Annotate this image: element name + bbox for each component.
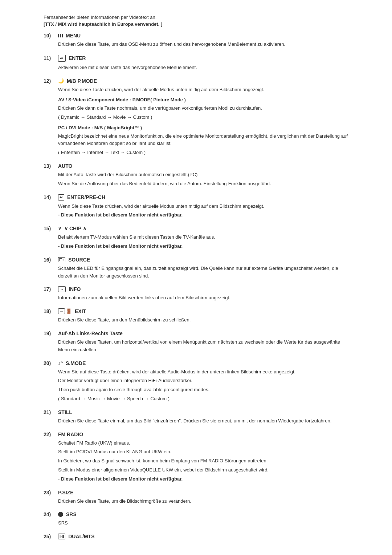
body-text-8-0: Drücken Sie diese Taste, um den Menübild…: [58, 316, 348, 324]
item-13: 13)AUTOMit der Auto-Taste wird der Bilds…: [44, 163, 348, 188]
item-body-10: Wenn Sie auf diese Taste drücken, wird d…: [58, 368, 348, 403]
item-18: 18)→🚪EXITDrücken Sie diese Taste, um den…: [44, 308, 348, 324]
item-23: 23)P.SIZEDrücken Sie diese Taste, um die…: [44, 490, 348, 505]
item-header-15: 25)I·IIDUAL/MTS: [44, 534, 348, 539]
item-header-4: 14)↵ENTER/PRE-CH: [44, 194, 348, 200]
item-label-1: ENTER: [69, 55, 86, 61]
item-label-9: Auf-Ab Links-Rechts Taste: [58, 331, 123, 336]
item-body-1: Aktivieren Sie mit dieser Taste das herv…: [58, 64, 348, 72]
info-icon: →: [58, 286, 66, 292]
item-header-3: 13)AUTO: [44, 163, 348, 169]
item-body-5: Bei aktiviertem TV-Modus wählen Sie mit …: [58, 234, 348, 250]
item-label-10: S.MODE: [66, 360, 86, 366]
item-header-11: 21)STILL: [44, 409, 348, 415]
body-text-10-3: ( Standard → Music → Movie → Speech → Cu…: [58, 395, 348, 403]
menu-icon: [58, 34, 63, 37]
srs-icon: [58, 512, 63, 517]
item-10: 10)MENUDrücken Sie diese Taste, um das O…: [44, 33, 348, 48]
subsection-title-2-1: AV / S-Video /Component Mode : P.MODE( P…: [58, 96, 348, 104]
item-number-7: 17): [44, 286, 55, 292]
subsection-line-2-2-0: MagicBright bezeichnet eine neue Monitor…: [58, 133, 348, 148]
item-body-13: Drücken Sie diese Taste, um die Bildschi…: [58, 498, 348, 505]
body-bold-5-1: - Diese Funktion ist bei diesem Monitor …: [58, 243, 348, 250]
item-number-15: 25): [44, 534, 55, 539]
item-number-0: 10): [44, 33, 55, 39]
item-header-6: 16)≡SOURCE: [44, 257, 348, 263]
page-container: Fernsehsender bieten Informationen per V…: [44, 15, 348, 539]
subsection-line-2-2-1: ( Entertain → Internet → Text → Custom ): [58, 149, 348, 157]
item-label-2: M/B P.MODE: [67, 78, 97, 84]
item-number-1: 11): [44, 55, 55, 61]
body-text-1-0: Aktivieren Sie mit dieser Taste das herv…: [58, 64, 348, 72]
item-body-3: Mit der Auto-Taste wird der Bildschirm a…: [58, 171, 348, 188]
item-number-2: 12): [44, 78, 55, 84]
item-label-13: P.SIZE: [58, 490, 74, 495]
body-text-10-1: Der Monitor verfügt über einen integrier…: [58, 377, 348, 385]
enter-icon: ↵: [58, 55, 66, 62]
item-label-15: DUAL/MTS: [68, 534, 94, 539]
body-text-5-0: Bei aktiviertem TV-Modus wählen Sie mit …: [58, 234, 348, 241]
item-body-14: SRS: [58, 519, 348, 527]
item-body-2: Wenn Sie diese Taste drücken, wird der a…: [58, 86, 348, 157]
body-text-12-3: Stellt im Modus einer allgemeinen VideoQ…: [58, 466, 348, 474]
body-text-0-0: Drücken Sie diese Taste, um das OSD-Menü…: [58, 41, 348, 48]
item-number-5: 15): [44, 226, 55, 231]
item-header-1: 11)↵ENTER: [44, 55, 348, 62]
intro-line2: [TTX / MIX wird hauptsächlich in Europa …: [44, 21, 348, 27]
item-number-8: 18): [44, 308, 55, 314]
item-number-4: 14): [44, 194, 55, 200]
item-number-14: 24): [44, 511, 55, 517]
item-number-12: 22): [44, 432, 55, 437]
item-body-0: Drücken Sie diese Taste, um das OSD-Menü…: [58, 41, 348, 48]
body-bold-4-1: - Diese Funktion ist bei diesem Monitor …: [58, 211, 348, 219]
item-25: 25)I·IIDUAL/MTS: [44, 534, 348, 539]
body-text-13-0: Drücken Sie diese Taste, um die Bildschi…: [58, 498, 348, 505]
item-header-8: 18)→🚪EXIT: [44, 308, 348, 314]
item-21: 21)STILLDrücken Sie diese Taste einmal, …: [44, 409, 348, 425]
item-header-13: 23)P.SIZE: [44, 490, 348, 495]
body-text-10-2: Then push button again to circle through…: [58, 386, 348, 394]
item-label-11: STILL: [58, 409, 72, 415]
item-20: 20)♪ʰS.MODEWenn Sie auf diese Taste drüc…: [44, 360, 348, 403]
item-header-5: 15)∨∨ CHIP ∧: [44, 226, 348, 231]
body-text-2-0: Wenn Sie diese Taste drücken, wird der a…: [58, 86, 348, 94]
item-number-3: 13): [44, 163, 55, 169]
item-label-12: FM RADIO: [58, 432, 83, 437]
body-text-12-0: Schaltet FM Radio (UKW) ein/aus.: [58, 439, 348, 447]
chip-icon: ∨: [58, 226, 61, 231]
item-body-4: Wenn Sie diese Taste drücken, wird der a…: [58, 203, 348, 219]
body-text-3-1: Wenn Sie die Auflösung über das Bedienfe…: [58, 180, 348, 188]
item-header-10: 20)♪ʰS.MODE: [44, 360, 348, 366]
subsection-2-1: AV / S-Video /Component Mode : P.MODE( P…: [58, 96, 348, 121]
item-body-9: Drücken Sie diese Tasten, um horizontal/…: [58, 339, 348, 354]
body-text-11-0: Drücken Sie diese Taste einmal, um das B…: [58, 417, 348, 425]
item-label-5: ∨ CHIP ∧: [64, 226, 86, 231]
item-number-6: 16): [44, 257, 55, 263]
item-label-6: SOURCE: [68, 257, 90, 263]
item-header-0: 10)MENU: [44, 33, 348, 39]
item-body-6: Schaltet die LED für Eingangssignal ein,…: [58, 265, 348, 280]
item-body-8: Drücken Sie diese Taste, um den Menübild…: [58, 316, 348, 324]
item-label-14: SRS: [66, 511, 77, 517]
item-11: 11)↵ENTERAktivieren Sie mit dieser Taste…: [44, 55, 348, 72]
subsection-line-2-1-1: ( Dynamic → Standard → Movie → Custom ): [58, 114, 348, 121]
item-label-0: MENU: [66, 33, 81, 39]
item-header-12: 22)FM RADIO: [44, 432, 348, 437]
item-header-2: 12)🌙M/B P.MODE: [44, 78, 348, 84]
subsection-2-2: PC / DVI Mode : M/B ( MagicBright™ )Magi…: [58, 124, 348, 157]
intro-line1: Fernsehsender bieten Informationen per V…: [44, 15, 348, 20]
body-bold-12-4: - Diese Funktion ist bei diesem Monitor …: [58, 475, 348, 483]
item-label-3: AUTO: [58, 163, 72, 169]
item-22: 22)FM RADIOSchaltet FM Radio (UKW) ein/a…: [44, 432, 348, 483]
item-header-9: 19)Auf-Ab Links-Rechts Taste: [44, 331, 348, 336]
item-16: 16)≡SOURCESchaltet die LED für Eingangss…: [44, 257, 348, 280]
item-number-11: 21): [44, 409, 55, 415]
item-label-7: INFO: [69, 286, 81, 292]
item-17: 17)→INFOInformationen zum aktuellen Bild…: [44, 286, 348, 302]
item-header-7: 17)→INFO: [44, 286, 348, 292]
item-number-9: 19): [44, 331, 55, 336]
body-text-10-0: Wenn Sie auf diese Taste drücken, wird d…: [58, 368, 348, 376]
body-text-4-0: Wenn Sie diese Taste drücken, wird der a…: [58, 203, 348, 210]
body-text-12-2: In Gebieten, wo das Signal schwach ist, …: [58, 457, 348, 465]
body-text-3-0: Mit der Auto-Taste wird der Bildschirm a…: [58, 171, 348, 179]
